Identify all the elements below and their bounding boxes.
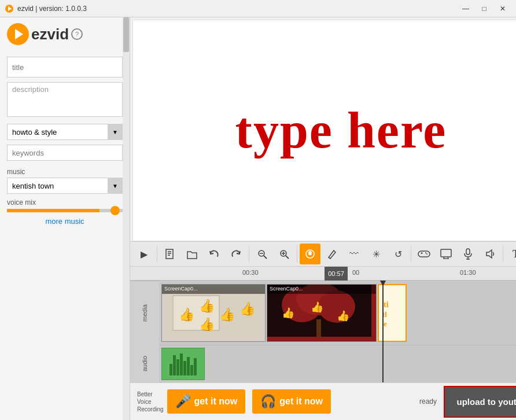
track-labels: media audio [130, 281, 159, 382]
promo-area: BetterVoiceRecording 🎤 get it now 🎧 get … [137, 389, 331, 414]
media-clip-3[interactable]: ti tl e [378, 284, 407, 342]
monitor-button[interactable] [436, 244, 456, 264]
pen-button[interactable] [322, 244, 342, 264]
title-bar-controls: — □ ✕ [457, 0, 511, 17]
svg-point-22 [426, 253, 427, 255]
undo-button[interactable] [204, 244, 224, 264]
audio-bar [173, 355, 176, 375]
text-button[interactable]: T [506, 244, 516, 264]
gamepad-button[interactable] [414, 244, 434, 264]
voice-mix-slider[interactable] [7, 209, 123, 212]
timeline[interactable]: 00:30 00:57 00 01:30 media audio [130, 267, 516, 382]
zoom-out-button[interactable] [252, 244, 272, 264]
svg-text:👍: 👍 [219, 307, 235, 322]
audio-bar [176, 359, 179, 375]
svg-point-16 [311, 252, 312, 253]
audio-label: audio [130, 345, 159, 382]
play-button[interactable]: ▶ [134, 244, 154, 264]
redo-button[interactable] [226, 244, 246, 264]
open-button[interactable] [182, 244, 202, 264]
logo-area: ezvid ? [7, 23, 123, 45]
new-clip-button[interactable] [160, 244, 180, 264]
media-clip-1[interactable]: ScreenCap0... 👍 👍 👍 [161, 284, 266, 342]
help-button[interactable]: ? [71, 28, 83, 40]
audio-waveform [169, 352, 197, 375]
ready-status: ready [419, 397, 437, 406]
media-label: media [130, 281, 159, 345]
toolbar-separator-4 [411, 246, 411, 262]
refresh-button[interactable]: ↺ [388, 244, 408, 264]
current-time-marker: 00:57 [325, 267, 348, 281]
music-select[interactable]: kentish town acoustic ambient cinematic [7, 178, 123, 194]
logo-text: ezvid [31, 25, 69, 43]
promo1-label: get it now [194, 396, 238, 407]
toolbar: ▶ [130, 241, 516, 267]
keywords-input[interactable] [7, 145, 123, 161]
promo2-button[interactable]: 🎧 get it now [252, 389, 331, 414]
category-select[interactable]: howto & style education entertainment ga… [7, 124, 123, 140]
effects-button[interactable]: ✳ [366, 244, 386, 264]
media-track: ScreenCap0... 👍 👍 👍 [159, 281, 516, 345]
svg-point-15 [308, 252, 309, 253]
time-marker-0130: 01:30 [460, 269, 476, 276]
minimize-button[interactable]: — [457, 0, 474, 17]
close-button[interactable]: ✕ [494, 0, 511, 17]
audio-bar [183, 361, 186, 375]
promo1-icon: 🎤 [175, 394, 191, 409]
svg-rect-18 [418, 251, 430, 257]
svg-rect-2 [166, 249, 173, 259]
face-cam-button[interactable] [300, 244, 320, 264]
content-area: type here ▶ [130, 17, 516, 420]
media-clip-2[interactable]: ScreenCap0... [267, 284, 377, 342]
sidebar: ezvid ? howto & style education entertai… [0, 17, 130, 420]
description-input[interactable] [7, 82, 123, 117]
app-icon [5, 4, 14, 13]
audio-bar [169, 364, 172, 375]
promo2-label: get it now [279, 396, 323, 407]
svg-text:e: e [384, 319, 387, 328]
svg-point-21 [425, 252, 426, 253]
toolbar-separator-1 [157, 246, 157, 262]
audio-bar [194, 358, 197, 375]
tracks-content: ScreenCap0... 👍 👍 👍 [159, 281, 516, 382]
voice-button[interactable] [480, 244, 500, 264]
preview-text: type here [235, 101, 447, 160]
sidebar-header: ezvid ? [0, 17, 130, 57]
promo1-button[interactable]: 🎤 get it now [167, 389, 246, 414]
upload-to-youtube-button[interactable]: upload to youtube [444, 386, 516, 418]
svg-text:👍: 👍 [239, 301, 256, 316]
sidebar-scroll[interactable]: howto & style education entertainment ga… [0, 57, 130, 420]
audio-bar [187, 357, 190, 375]
audio-track [159, 345, 516, 382]
svg-line-7 [264, 256, 267, 259]
more-music-link[interactable]: more music [7, 217, 123, 226]
svg-text:👍: 👍 [282, 307, 295, 319]
svg-text:ti: ti [384, 300, 389, 309]
zoom-in-button[interactable] [274, 244, 294, 264]
category-select-wrapper: howto & style education entertainment ga… [7, 124, 123, 140]
svg-marker-30 [486, 250, 492, 258]
title-input[interactable] [7, 57, 123, 78]
audio-bar [180, 353, 183, 375]
waves-button[interactable]: 〰 [344, 244, 364, 264]
clip2-label: ScreenCap0... [267, 285, 376, 294]
svg-text:👍: 👍 [337, 310, 350, 322]
title-bar: ezvid | version: 1.0.0.3 — □ ✕ [0, 0, 516, 17]
voice-mix-thumb[interactable] [110, 206, 120, 215]
music-label: music [7, 168, 123, 176]
audio-clip[interactable] [161, 348, 205, 380]
promo-item-2: 🎧 get it now [252, 389, 331, 414]
time-ruler: 00:30 00:57 00 01:30 [130, 267, 516, 281]
sidebar-scrollbar[interactable] [123, 17, 130, 420]
svg-text:👍: 👍 [199, 298, 215, 314]
clip1-label: ScreenCap0... [162, 285, 265, 294]
microphone-button[interactable] [458, 244, 478, 264]
voice-mix-label: voice mix [7, 198, 123, 207]
maximize-button[interactable]: □ [476, 0, 493, 17]
upload-label: upload to youtube [457, 397, 517, 407]
audio-bar [190, 365, 193, 375]
promo1-sub: BetterVoiceRecording [137, 390, 164, 413]
sidebar-scrollbar-thumb[interactable] [123, 17, 129, 52]
clip3-content: ti tl e [379, 285, 406, 341]
toolbar-separator-5 [503, 246, 503, 262]
